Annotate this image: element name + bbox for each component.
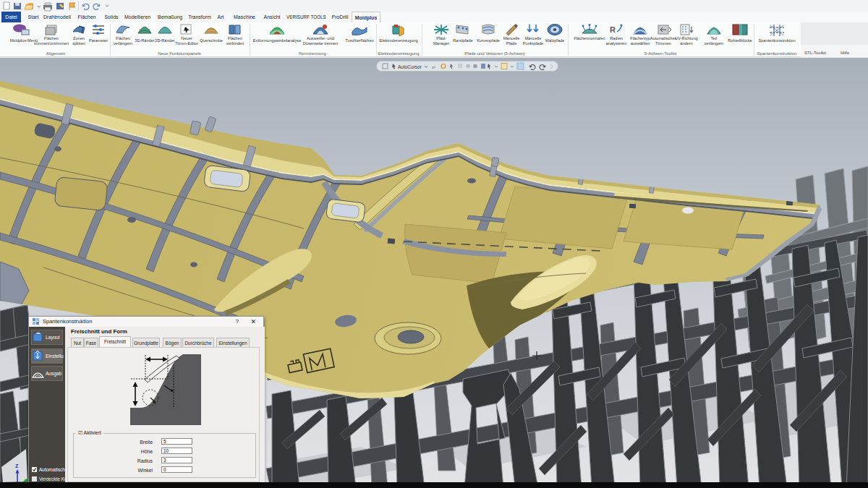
svg-text:R: R [610,25,616,34]
svg-text:Z: Z [15,463,19,468]
svg-text:x²: x² [432,65,435,69]
svg-text:AutoCursor: AutoCursor [398,64,422,69]
